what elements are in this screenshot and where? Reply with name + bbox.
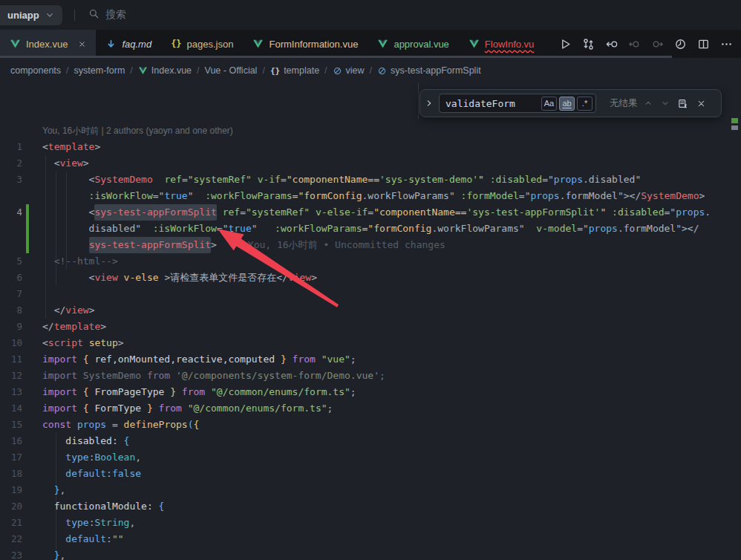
code-line: 21 type:String, — [0, 515, 741, 531]
code-token: FromPageType — [94, 384, 164, 400]
next-match-button[interactable] — [659, 98, 672, 108]
tab-flowinfo-vu[interactable]: FlowInfo.vu — [459, 30, 543, 58]
breadcrumb-item-index-vue[interactable]: Index.vue — [138, 65, 192, 76]
code-token: template — [48, 139, 95, 155]
breadcrumb-item-view[interactable]: view — [333, 65, 365, 76]
code-line: 16 disabled: { — [0, 433, 741, 449]
find-input[interactable]: validateForm Aa ab .* — [439, 94, 596, 113]
chevron-down-icon — [45, 10, 55, 20]
breadcrumb-label: components — [10, 65, 61, 76]
run-icon[interactable] — [558, 36, 572, 51]
code-token — [89, 351, 95, 368]
code-token: : — [89, 515, 95, 531]
code-token: =" — [519, 188, 531, 204]
tab-label: FormInformation.vue — [269, 39, 358, 50]
split-editor-icon[interactable] — [696, 36, 711, 51]
gutter — [22, 531, 42, 547]
history-icon[interactable] — [673, 36, 688, 51]
code-token — [89, 384, 95, 400]
editor-pane[interactable]: You, 16小时前 | 2 authors (yaoyn and one ot… — [0, 83, 741, 560]
code-token: :workFlowParams — [194, 188, 293, 204]
find-widget-sash[interactable] — [418, 83, 419, 119]
occurrence-highlight: sys-test-appFormSplit — [94, 204, 216, 221]
code-token: view — [65, 302, 88, 319]
breadcrumb-label: Vue - Official — [205, 65, 258, 76]
line-number: 2 — [0, 155, 22, 172]
code-lens-blame[interactable]: You, 16小时前 | 2 authors (yaoyn and one ot… — [0, 123, 741, 139]
tab-forminformation-vue[interactable]: FormInformation.vue — [243, 30, 368, 58]
gutter — [22, 433, 42, 449]
code-token — [77, 351, 83, 368]
breadcrumb-item-system-form[interactable]: system-form — [74, 65, 125, 76]
tab-close-icon[interactable] — [78, 40, 86, 48]
code-token: "vue" — [321, 351, 350, 368]
code-line: 4 <sys-test-appFormSplit ref="systemRef"… — [0, 204, 741, 221]
find-collapse-chevron-icon[interactable] — [423, 98, 435, 108]
tab-pages-json[interactable]: {}pages.json — [161, 30, 243, 58]
code-token: } — [281, 351, 287, 368]
gutter — [22, 155, 42, 172]
find-in-selection-button[interactable] — [676, 98, 691, 109]
code-token: functionalModule: — [42, 498, 159, 515]
tab-index-vue[interactable]: Index.vue — [0, 30, 96, 58]
code-token: :disabled — [606, 204, 664, 221]
code-token: <!--html--> — [54, 253, 118, 270]
code-token: > — [94, 139, 100, 155]
find-close-button[interactable] — [694, 99, 709, 108]
code-token: defineProps — [124, 417, 188, 433]
code-token: < — [42, 155, 59, 172]
code-token: :isWorkFlow — [141, 221, 217, 237]
code-token: from — [159, 400, 182, 417]
code-line: 8 </view> — [0, 302, 741, 319]
breadcrumb-item-sys-test-appformsplit[interactable]: sys-test-appFormSplit — [377, 65, 481, 76]
code-token: { — [83, 351, 89, 368]
code-line: 1<template> — [0, 139, 741, 155]
find-query-text[interactable]: validateForm — [445, 98, 539, 109]
global-search[interactable]: 搜索 — [88, 8, 126, 22]
gutter — [22, 368, 42, 384]
code-token: ref — [223, 204, 240, 221]
code-token: from — [182, 384, 205, 400]
code-token: v-else-if — [316, 204, 368, 221]
code-token: { — [194, 417, 200, 433]
code-line: 18 default:false — [0, 466, 741, 482]
code-token — [89, 400, 95, 417]
code-token: { — [124, 433, 130, 449]
line-number — [0, 188, 22, 204]
match-case-toggle[interactable]: Aa — [541, 97, 557, 111]
open-changes-icon[interactable] — [604, 36, 618, 51]
regex-toggle[interactable]: .* — [577, 97, 593, 111]
code-token: true — [164, 188, 187, 204]
find-widget: validateForm Aa ab .* 无结果 — [420, 89, 722, 117]
editor-code[interactable]: You, 16小时前 | 2 authors (yaoyn and one ot… — [0, 123, 741, 560]
line-number: 15 — [0, 417, 22, 433]
code-token: , — [129, 515, 135, 531]
whole-word-toggle[interactable]: ab — [559, 97, 575, 111]
code-token — [217, 204, 223, 221]
occurrence-highlight: sys-test-appFormSplit — [89, 237, 211, 253]
breadcrumb-item-vue-official[interactable]: Vue - Official — [205, 65, 258, 76]
gutter — [22, 498, 42, 515]
code-token: props — [554, 172, 583, 188]
code-token — [252, 172, 258, 188]
tab-approval-vue[interactable]: approval.vue — [368, 30, 458, 58]
code-token: type — [42, 449, 89, 466]
gutter — [22, 547, 42, 560]
breadcrumb-label: sys-test-appFormSplit — [391, 65, 481, 76]
code-token: import — [42, 384, 77, 400]
git-compare-icon[interactable] — [581, 36, 595, 51]
code-token — [182, 400, 188, 417]
tab-faq-md[interactable]: faq.md — [96, 30, 161, 58]
breadcrumb-item-template[interactable]: {}template — [270, 65, 319, 76]
more-actions-icon[interactable] — [719, 36, 734, 51]
breadcrumb-item-components[interactable]: components — [10, 65, 61, 76]
vue-icon — [252, 39, 264, 50]
workspace-switcher[interactable]: uniapp — [0, 5, 62, 25]
gutter — [22, 335, 42, 351]
code-token: =" — [665, 204, 676, 221]
code-token: import — [42, 368, 77, 384]
previous-match-button[interactable] — [642, 98, 655, 108]
gutter — [22, 466, 42, 482]
code-token — [141, 400, 147, 417]
code-token: disabled" — [42, 221, 141, 237]
